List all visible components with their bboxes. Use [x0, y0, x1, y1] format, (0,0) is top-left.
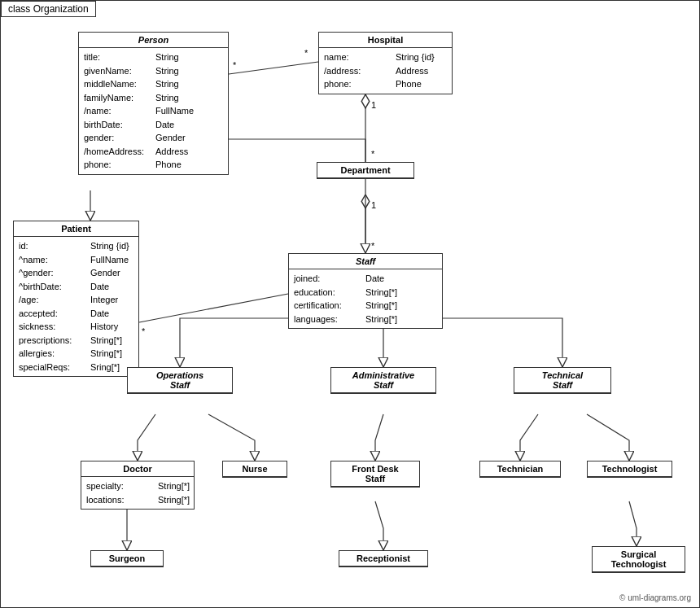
person-class: Person title:String givenName:String mid… — [78, 32, 229, 175]
front-desk-staff-class: Front DeskStaff — [330, 461, 420, 488]
person-class-header: Person — [79, 33, 228, 48]
staff-class: Staff joined:Date education:String[*] ce… — [288, 253, 443, 329]
svg-line-0 — [229, 62, 318, 74]
svg-text:*: * — [233, 60, 237, 70]
svg-line-10 — [139, 294, 288, 322]
technologist-class: Technologist — [587, 461, 672, 478]
surgeon-class-header: Surgeon — [91, 551, 163, 566]
doctor-class-body: specialty:String[*] locations:String[*] — [81, 477, 194, 509]
nurse-class: Nurse — [222, 461, 287, 478]
surgical-technologist-class: SurgicalTechnologist — [592, 546, 685, 573]
svg-text:*: * — [142, 326, 146, 336]
technical-staff-class: TechnicalStaff — [514, 367, 611, 394]
technician-class-header: Technician — [480, 461, 560, 477]
doctor-class: Doctor specialty:String[*] locations:Str… — [81, 461, 195, 510]
administrative-staff-class: AdministrativeStaff — [330, 367, 436, 394]
receptionist-class: Receptionist — [339, 550, 428, 567]
hospital-class: Hospital name:String {id} /address:Addre… — [318, 32, 453, 94]
svg-text:1: 1 — [371, 100, 376, 110]
doctor-class-header: Doctor — [81, 461, 194, 477]
hospital-class-body: name:String {id} /address:Address phone:… — [319, 48, 452, 94]
technician-class: Technician — [479, 461, 561, 478]
front-desk-staff-class-header: Front DeskStaff — [331, 461, 419, 487]
technical-staff-class-header: TechnicalStaff — [514, 368, 610, 393]
person-class-body: title:String givenName:String middleName… — [79, 48, 228, 174]
svg-text:*: * — [371, 241, 375, 251]
department-class-header: Department — [317, 163, 413, 178]
hospital-class-header: Hospital — [319, 33, 452, 48]
technologist-class-header: Technologist — [588, 461, 672, 477]
svg-text:*: * — [371, 149, 375, 159]
diagram-container: class Organization * * 1 * — [0, 0, 700, 608]
patient-class-body: id:String {id} ^name:FullName ^gender:Ge… — [14, 237, 138, 376]
surgical-technologist-class-header: SurgicalTechnologist — [593, 547, 685, 572]
patient-class-header: Patient — [14, 221, 138, 237]
diagram-title: class Organization — [1, 1, 96, 17]
administrative-staff-class-header: AdministrativeStaff — [331, 368, 435, 393]
svg-text:1: 1 — [371, 200, 376, 210]
surgeon-class: Surgeon — [90, 550, 164, 567]
patient-class: Patient id:String {id} ^name:FullName ^g… — [13, 221, 139, 377]
nurse-class-header: Nurse — [223, 461, 287, 477]
copyright: © uml-diagrams.org — [619, 593, 691, 602]
svg-text:*: * — [304, 48, 308, 58]
receptionist-class-header: Receptionist — [339, 551, 427, 566]
department-class: Department — [317, 162, 414, 179]
staff-class-header: Staff — [289, 254, 442, 269]
operations-staff-class-header: OperationsStaff — [128, 368, 232, 393]
staff-class-body: joined:Date education:String[*] certific… — [289, 269, 442, 328]
operations-staff-class: OperationsStaff — [127, 367, 233, 394]
